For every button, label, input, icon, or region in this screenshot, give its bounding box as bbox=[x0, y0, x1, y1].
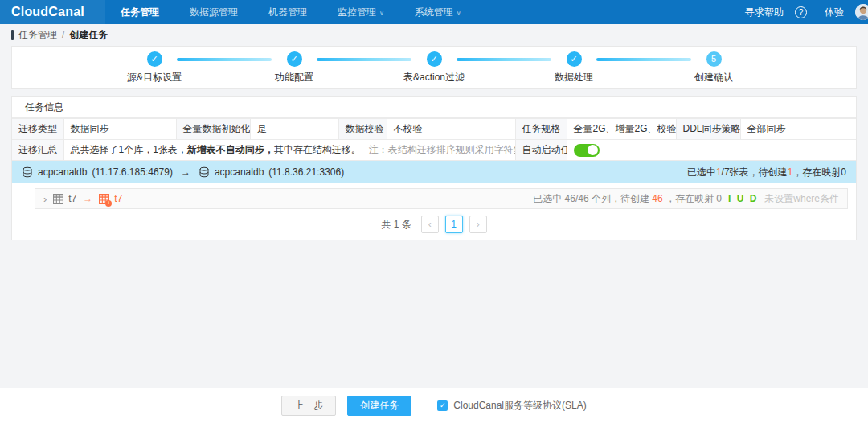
step-connector bbox=[596, 58, 691, 61]
experience-link[interactable]: 体验 bbox=[825, 6, 844, 19]
previous-step-button[interactable]: 上一步 bbox=[281, 396, 336, 416]
check-icon: ✓ bbox=[147, 51, 162, 67]
iud-flags: I U D bbox=[728, 193, 758, 204]
field-label: 迁移类型 bbox=[12, 119, 63, 140]
help-question-icon[interactable]: ? bbox=[795, 6, 807, 18]
summary-bold-text: 新增表不自动同步， bbox=[187, 144, 274, 155]
check-icon: ✓ bbox=[427, 51, 442, 67]
person-icon bbox=[855, 4, 868, 20]
field-value: 数据同步 bbox=[63, 119, 176, 140]
step-connector bbox=[457, 58, 551, 61]
to-create-column-count: 46 bbox=[652, 193, 662, 204]
nav-item-machine-management[interactable]: 机器管理 bbox=[253, 0, 322, 24]
breadcrumb-separator: / bbox=[62, 29, 64, 40]
pagination-page-1[interactable]: 1 bbox=[445, 216, 463, 233]
migration-summary: 总共选择了1个库，1张表，新增表不自动同步，其中存在结构迁移。注：表结构迁移排序… bbox=[63, 140, 515, 161]
table-row: 迁移汇总 总共选择了1个库，1张表，新增表不自动同步，其中存在结构迁移。注：表结… bbox=[12, 140, 856, 161]
database-icon bbox=[199, 166, 210, 178]
field-label: 全量数据初始化 bbox=[176, 119, 250, 140]
field-label: 自动启动任务 bbox=[515, 140, 567, 161]
where-condition-hint[interactable]: 未设置where条件 bbox=[764, 192, 839, 206]
target-table-name: t7 bbox=[114, 193, 122, 204]
auto-start-cell bbox=[567, 140, 856, 161]
empty-space bbox=[0, 240, 868, 388]
seek-help-link[interactable]: 寻求帮助 bbox=[745, 6, 784, 19]
source-db-address: (11.17.6.185:4679) bbox=[92, 166, 173, 178]
create-task-stepper: ✓ 源&目标设置 ✓ 功能配置 ✓ 表&action过滤 ✓ 数据处理 5 创建… bbox=[120, 51, 748, 84]
summary-note: 注：表结构迁移排序规则采用字符集默认关联的collation bbox=[369, 144, 515, 155]
sla-label[interactable]: CloudCanal服务等级协议(SLA) bbox=[453, 399, 586, 413]
step-function-config: ✓ 功能配置 bbox=[260, 51, 329, 84]
navbar-right: 寻求帮助 ? 体验 bbox=[745, 4, 868, 20]
breadcrumb-marker bbox=[11, 30, 14, 40]
field-label: DDL同步策略 bbox=[676, 119, 740, 140]
user-avatar[interactable] bbox=[855, 4, 868, 20]
new-table-icon: + bbox=[99, 194, 109, 204]
nav-item-datasource-management[interactable]: 数据源管理 bbox=[174, 0, 253, 24]
plus-badge-icon: + bbox=[105, 200, 112, 207]
field-value: 全部同步 bbox=[740, 119, 856, 140]
step-data-processing: ✓ 数据处理 bbox=[539, 51, 608, 84]
source-table-name: t7 bbox=[68, 193, 76, 204]
breadcrumb: 任务管理 / 创建任务 bbox=[0, 24, 868, 45]
auto-start-toggle[interactable] bbox=[574, 144, 600, 157]
arrow-right-icon: → bbox=[83, 193, 92, 204]
field-value: 是 bbox=[250, 119, 338, 140]
selected-table-count: 1 bbox=[716, 166, 722, 178]
breadcrumb-task-management[interactable]: 任务管理 bbox=[18, 28, 57, 42]
step-connector bbox=[177, 58, 272, 61]
check-icon: ✓ bbox=[287, 51, 302, 67]
sla-agreement: ✓ CloudCanal服务等级协议(SLA) bbox=[437, 399, 586, 413]
field-value: 全量2G、增量2G、校验2G bbox=[567, 119, 676, 140]
pagination-prev-button[interactable]: ‹ bbox=[421, 216, 439, 233]
cloudcanal-logo[interactable]: CloudCanal bbox=[0, 0, 105, 24]
target-db-address: (11.8.36.21:3306) bbox=[268, 166, 344, 178]
breadcrumb-current-create-task: 创建任务 bbox=[69, 28, 108, 42]
toggle-knob bbox=[588, 145, 598, 155]
column-stats: 已选中 46/46 个列，待创建 46 ，存在映射 0 bbox=[533, 192, 722, 206]
field-label: 数据校验 bbox=[338, 119, 387, 140]
pagination: 共 1 条 ‹ 1 › bbox=[12, 212, 856, 240]
table-mapping-stats: 已选中 46/46 个列，待创建 46 ，存在映射 0 I U D 未设置whe… bbox=[533, 192, 839, 206]
nav-item-task-management[interactable]: 任务管理 bbox=[105, 0, 174, 24]
stepper-card: ✓ 源&目标设置 ✓ 功能配置 ✓ 表&action过滤 ✓ 数据处理 5 创建… bbox=[11, 46, 857, 89]
expand-chevron-icon[interactable]: › bbox=[43, 194, 47, 204]
create-task-button[interactable]: 创建任务 bbox=[347, 396, 411, 416]
pagination-next-button[interactable]: › bbox=[469, 216, 487, 233]
mapping-endpoints: acpcanaldb (11.17.6.185:4679) → acpcanal… bbox=[22, 166, 344, 178]
caret-down-icon: ∨ bbox=[457, 10, 461, 17]
caret-down-icon: ∨ bbox=[379, 10, 384, 17]
arrow-right-icon: → bbox=[181, 166, 190, 178]
target-db-name: acpcanaldb bbox=[215, 166, 264, 178]
page-body: 任务管理 / 创建任务 ✓ 源&目标设置 ✓ 功能配置 ✓ 表&action过滤… bbox=[0, 24, 868, 388]
nav-item-monitor-management[interactable]: 监控管理∨ bbox=[322, 0, 399, 24]
nav-item-system-management[interactable]: 系统管理∨ bbox=[399, 0, 477, 24]
step-create-confirm: 5 创建确认 bbox=[679, 51, 748, 84]
pagination-total: 共 1 条 bbox=[381, 218, 411, 232]
field-value: 不校验 bbox=[387, 119, 515, 140]
table-mapping-left: › t7 → + t7 bbox=[43, 193, 122, 204]
footer-action-bar: 上一步 创建任务 ✓ CloudCanal服务等级协议(SLA) bbox=[0, 388, 868, 423]
step-connector bbox=[317, 58, 411, 61]
datasource-mapping-row[interactable]: acpcanaldb (11.17.6.185:4679) → acpcanal… bbox=[12, 161, 856, 183]
check-icon: ✓ bbox=[567, 51, 582, 67]
field-label: 任务规格 bbox=[515, 119, 567, 140]
nav-menu: 任务管理 数据源管理 机器管理 监控管理∨ 系统管理∨ bbox=[105, 0, 477, 24]
field-label: 迁移汇总 bbox=[12, 140, 63, 161]
source-db-name: acpcanaldb bbox=[38, 166, 87, 178]
task-info-card: 任务信息 迁移类型 数据同步 全量数据初始化 是 数据校验 不校验 任务规格 全… bbox=[11, 96, 857, 240]
table-row: 迁移类型 数据同步 全量数据初始化 是 数据校验 不校验 任务规格 全量2G、增… bbox=[12, 119, 856, 140]
step-source-target: ✓ 源&目标设置 bbox=[120, 51, 189, 84]
table-mapping-row[interactable]: › t7 → + t7 已选中 46/46 个列，待创建 46 ，存在映射 0 … bbox=[35, 188, 848, 209]
step-number: 5 bbox=[706, 51, 722, 67]
section-title-task-info: 任务信息 bbox=[12, 97, 856, 118]
mapping-stats: 已选中1/7张表，待创建1，存在映射0 bbox=[687, 166, 846, 179]
sla-checkbox[interactable]: ✓ bbox=[437, 400, 448, 411]
step-table-action-filter: ✓ 表&action过滤 bbox=[399, 51, 469, 84]
task-info-table: 迁移类型 数据同步 全量数据初始化 是 数据校验 不校验 任务规格 全量2G、增… bbox=[12, 118, 856, 161]
top-navbar: CloudCanal 任务管理 数据源管理 机器管理 监控管理∨ 系统管理∨ 寻… bbox=[0, 0, 868, 24]
table-icon bbox=[53, 194, 63, 204]
database-icon bbox=[22, 166, 33, 178]
